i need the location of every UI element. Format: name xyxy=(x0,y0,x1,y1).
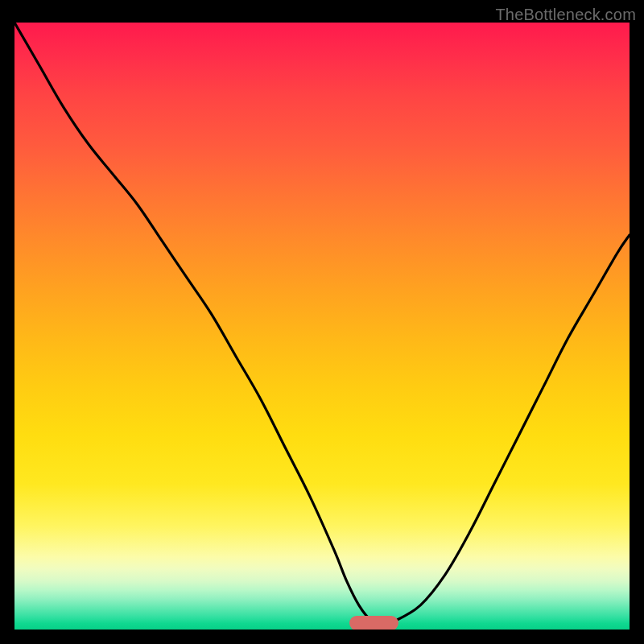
plot-area xyxy=(14,23,630,630)
bottleneck-curve xyxy=(14,23,630,630)
curve-path xyxy=(14,23,630,623)
watermark-text: TheBottleneck.com xyxy=(495,6,636,24)
bottleneck-marker xyxy=(349,616,398,630)
chart-frame: TheBottleneck.com xyxy=(0,0,644,644)
